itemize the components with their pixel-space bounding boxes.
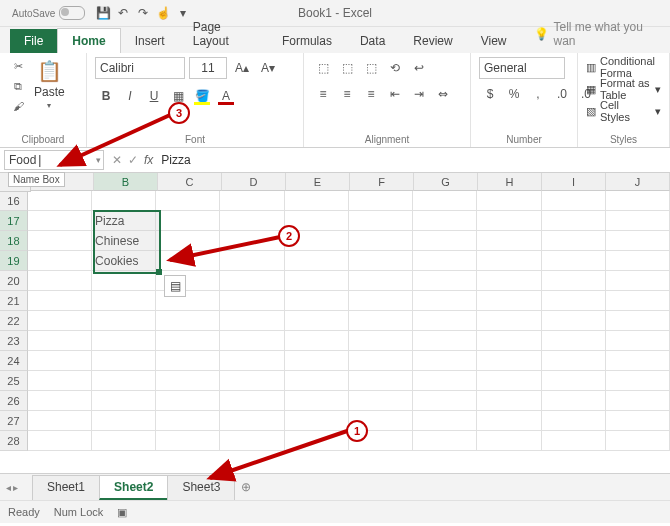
cell[interactable]: Pizza bbox=[92, 211, 156, 231]
cell[interactable] bbox=[28, 331, 92, 351]
column-header[interactable]: E bbox=[286, 173, 350, 191]
cell[interactable] bbox=[156, 211, 220, 231]
tab-formulas[interactable]: Formulas bbox=[268, 29, 346, 53]
row-header[interactable]: 17 bbox=[0, 211, 28, 231]
fill-color-button[interactable]: 🪣 bbox=[191, 85, 213, 107]
enter-entry-icon[interactable]: ✓ bbox=[128, 153, 138, 167]
format-as-table-button[interactable]: ▦Format as Table ▾ bbox=[586, 79, 661, 99]
cell[interactable] bbox=[349, 391, 413, 411]
cell[interactable] bbox=[285, 291, 349, 311]
row-header[interactable]: 25 bbox=[0, 371, 28, 391]
cell[interactable] bbox=[220, 391, 284, 411]
cell[interactable] bbox=[477, 351, 541, 371]
cell[interactable] bbox=[477, 231, 541, 251]
cell[interactable] bbox=[606, 411, 670, 431]
align-top-icon[interactable]: ⬚ bbox=[312, 57, 334, 79]
cell[interactable] bbox=[220, 291, 284, 311]
cell[interactable] bbox=[28, 211, 92, 231]
cell[interactable] bbox=[542, 351, 606, 371]
cell[interactable] bbox=[92, 271, 156, 291]
cell[interactable] bbox=[285, 351, 349, 371]
cell[interactable] bbox=[413, 331, 477, 351]
row-header[interactable]: 21 bbox=[0, 291, 28, 311]
cell[interactable] bbox=[220, 371, 284, 391]
sheet-tab[interactable]: Sheet2 bbox=[99, 475, 168, 500]
tab-data[interactable]: Data bbox=[346, 29, 399, 53]
row-header[interactable]: 27 bbox=[0, 411, 28, 431]
cell[interactable] bbox=[220, 431, 284, 451]
cell[interactable] bbox=[477, 371, 541, 391]
cell[interactable] bbox=[28, 291, 92, 311]
row-header[interactable]: 26 bbox=[0, 391, 28, 411]
paste-button[interactable]: 📋 Paste ▾ bbox=[32, 57, 67, 112]
cell[interactable] bbox=[349, 271, 413, 291]
cell[interactable] bbox=[606, 271, 670, 291]
tab-file[interactable]: File bbox=[10, 29, 57, 53]
italic-button[interactable]: I bbox=[119, 85, 141, 107]
worksheet-grid[interactable]: ABCDEFGHIJ 1617Pizza18Chinese19Cookies20… bbox=[0, 173, 670, 473]
cell[interactable]: Chinese bbox=[92, 231, 156, 251]
sheet-tab[interactable]: Sheet3 bbox=[167, 475, 235, 500]
cell[interactable] bbox=[413, 191, 477, 211]
cell[interactable] bbox=[285, 271, 349, 291]
cell[interactable] bbox=[28, 251, 92, 271]
touch-mode-icon[interactable]: ☝ bbox=[155, 5, 171, 21]
cell[interactable] bbox=[477, 311, 541, 331]
row-header[interactable]: 20 bbox=[0, 271, 28, 291]
macro-record-icon[interactable]: ▣ bbox=[117, 506, 127, 519]
cell[interactable] bbox=[92, 391, 156, 411]
row-header[interactable]: 23 bbox=[0, 331, 28, 351]
cell[interactable] bbox=[28, 271, 92, 291]
sheet-nav-prev-icon[interactable]: ◂ bbox=[6, 482, 11, 493]
cell[interactable] bbox=[413, 431, 477, 451]
cell[interactable] bbox=[349, 231, 413, 251]
cell[interactable] bbox=[156, 251, 220, 271]
cell[interactable] bbox=[28, 231, 92, 251]
shrink-font-icon[interactable]: A▾ bbox=[257, 57, 279, 79]
column-header[interactable]: I bbox=[542, 173, 606, 191]
cell[interactable] bbox=[349, 251, 413, 271]
indent-increase-icon[interactable]: ⇥ bbox=[408, 83, 430, 105]
cell[interactable] bbox=[542, 231, 606, 251]
cell[interactable] bbox=[285, 251, 349, 271]
cell[interactable] bbox=[220, 271, 284, 291]
cell[interactable] bbox=[349, 191, 413, 211]
align-center-icon[interactable]: ≡ bbox=[336, 83, 358, 105]
cancel-entry-icon[interactable]: ✕ bbox=[112, 153, 122, 167]
cell[interactable] bbox=[606, 351, 670, 371]
cell[interactable] bbox=[156, 431, 220, 451]
row-header[interactable]: 28 bbox=[0, 431, 28, 451]
cell[interactable] bbox=[413, 351, 477, 371]
cell[interactable] bbox=[92, 371, 156, 391]
column-header[interactable]: G bbox=[414, 173, 478, 191]
row-header[interactable]: 24 bbox=[0, 351, 28, 371]
tab-view[interactable]: View bbox=[467, 29, 521, 53]
cell[interactable] bbox=[413, 211, 477, 231]
cell[interactable] bbox=[156, 371, 220, 391]
cut-icon[interactable]: ✂ bbox=[8, 57, 28, 75]
cell-styles-button[interactable]: ▧Cell Styles ▾ bbox=[586, 101, 661, 121]
cell[interactable] bbox=[349, 351, 413, 371]
cell[interactable] bbox=[285, 431, 349, 451]
cell[interactable] bbox=[542, 411, 606, 431]
save-icon[interactable]: 💾 bbox=[95, 5, 111, 21]
formula-input[interactable]: Pizza bbox=[161, 153, 190, 167]
orientation-icon[interactable]: ⟲ bbox=[384, 57, 406, 79]
add-sheet-button[interactable]: ⊕ bbox=[234, 480, 258, 494]
cell[interactable] bbox=[92, 311, 156, 331]
cell[interactable] bbox=[156, 311, 220, 331]
cell[interactable] bbox=[156, 191, 220, 211]
conditional-formatting-button[interactable]: ▥Conditional Forma bbox=[586, 57, 661, 77]
cell[interactable] bbox=[220, 311, 284, 331]
comma-icon[interactable]: , bbox=[527, 83, 549, 105]
cell[interactable] bbox=[542, 371, 606, 391]
quick-analysis-icon[interactable]: ▤ bbox=[164, 275, 186, 297]
merge-center-icon[interactable]: ⇔ bbox=[432, 83, 454, 105]
percent-icon[interactable]: % bbox=[503, 83, 525, 105]
cell[interactable] bbox=[92, 331, 156, 351]
chevron-down-icon[interactable]: ▾ bbox=[96, 155, 101, 165]
cell[interactable] bbox=[28, 431, 92, 451]
cell[interactable] bbox=[28, 411, 92, 431]
cell[interactable] bbox=[28, 351, 92, 371]
column-header[interactable]: H bbox=[478, 173, 542, 191]
